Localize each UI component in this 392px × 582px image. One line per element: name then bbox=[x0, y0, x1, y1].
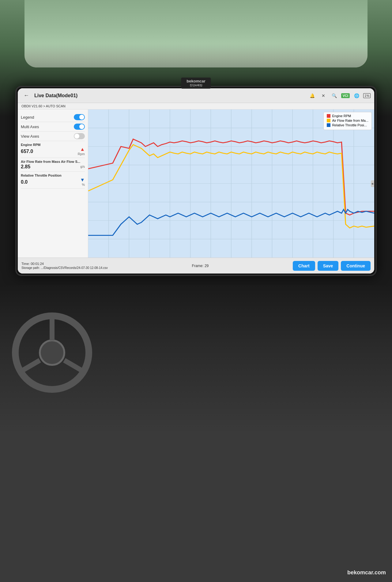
bekomcar-sub: 진단&패킹 bbox=[187, 83, 205, 87]
legend-airflow-label: Air Flow Rate from Ma... bbox=[332, 119, 368, 122]
air-flow-label: Air Flow Rate from Mass Air Flow S... bbox=[21, 160, 85, 163]
vci-badge: VCI bbox=[341, 93, 350, 98]
bottom-buttons: Chart Save Continue bbox=[293, 261, 371, 271]
engine-rpm-value: 657.0 bbox=[21, 149, 33, 154]
legend-rpm-color bbox=[327, 114, 330, 118]
screen: ← Live Data(Mode01) 🔔 ✕ 🔍 VCI 🌐 1% OBDII… bbox=[18, 88, 374, 274]
legend-throttle-label: Relative Throttle Posi... bbox=[332, 123, 367, 127]
chart-legend: Engine RPM Air Flow Rate from Ma... Rela… bbox=[323, 112, 372, 130]
view-axes-toggle[interactable] bbox=[74, 133, 85, 139]
notification-icon[interactable]: 🔔 bbox=[308, 91, 317, 100]
bekomcar-watermark: bekomcar.com bbox=[347, 569, 386, 576]
engine-rpm-arrow-up: ▲ bbox=[80, 147, 85, 152]
continue-button[interactable]: Continue bbox=[341, 261, 371, 271]
legend-airflow-color bbox=[327, 119, 330, 122]
header-bar: ← Live Data(Mode01) 🔔 ✕ 🔍 VCI 🌐 1% bbox=[18, 88, 374, 103]
chart-area: Engine RPM Air Flow Rate from Ma... Rela… bbox=[88, 109, 374, 258]
air-flow-value: 2.85 bbox=[21, 164, 30, 170]
svg-line-27 bbox=[21, 360, 40, 371]
throttle-unit: % bbox=[82, 183, 85, 186]
view-axes-label: View Axes bbox=[21, 134, 39, 139]
frame-label: Frame: 29 bbox=[108, 264, 293, 268]
left-panel: Legend Multi Axes View Axes Engine RPM 6… bbox=[18, 109, 88, 258]
multi-axes-toggle[interactable] bbox=[74, 124, 85, 130]
collapse-panel-button[interactable]: « bbox=[371, 180, 374, 187]
throttle-arrow-down: ▼ bbox=[80, 177, 85, 183]
engine-rpm-unit: Rpm bbox=[78, 152, 85, 156]
chart-button[interactable]: Chart bbox=[293, 261, 315, 271]
engine-rpm-item: Engine RPM 657.0 ▲ Rpm bbox=[21, 141, 85, 158]
legend-toggle[interactable] bbox=[74, 114, 85, 120]
legend-throttle-color bbox=[327, 123, 330, 127]
windshield bbox=[24, 0, 368, 67]
legend-throttle: Relative Throttle Posi... bbox=[327, 123, 368, 127]
steering-wheel bbox=[9, 310, 95, 396]
view-axes-toggle-row: View Axes bbox=[21, 132, 85, 141]
storage-path-label: Storage path: .../Diagnosis/CSVRecords/2… bbox=[21, 266, 108, 270]
page-title: Live Data(Mode01) bbox=[34, 93, 305, 98]
multi-axes-toggle-row: Multi Axes bbox=[21, 122, 85, 132]
time-label: Time: 00:01:24 bbox=[21, 262, 108, 266]
battery-indicator: 1% bbox=[363, 93, 371, 98]
bekomcar-brand: bekomcar bbox=[187, 79, 205, 83]
air-flow-item: Air Flow Rate from Mass Air Flow S... 2.… bbox=[21, 158, 85, 172]
car-interior-bottom bbox=[0, 285, 392, 582]
legend-rpm-label: Engine RPM bbox=[332, 114, 351, 118]
legend-label: Legend bbox=[21, 115, 34, 120]
search-icon[interactable]: 🔍 bbox=[330, 91, 339, 100]
legend-rpm: Engine RPM bbox=[327, 114, 368, 118]
svg-line-28 bbox=[64, 360, 83, 371]
road bbox=[24, 43, 368, 67]
close-icon[interactable]: ✕ bbox=[319, 91, 328, 100]
legend-airflow: Air Flow Rate from Ma... bbox=[327, 119, 368, 122]
breadcrumb: OBDII V21.60 > AUTO SCAN bbox=[18, 103, 374, 109]
legend-toggle-row: Legend bbox=[21, 113, 85, 122]
engine-rpm-label: Engine RPM bbox=[21, 143, 85, 147]
bekomcar-device-label: bekomcar 진단&패킹 bbox=[181, 78, 211, 89]
bottom-info: Time: 00:01:24 Storage path: .../Diagnos… bbox=[21, 262, 108, 270]
save-button[interactable]: Save bbox=[318, 261, 339, 271]
header-icons: 🔔 ✕ 🔍 VCI 🌐 1% bbox=[308, 91, 371, 100]
tablet-frame: ← Live Data(Mode01) 🔔 ✕ 🔍 VCI 🌐 1% OBDII… bbox=[15, 86, 377, 276]
chart-svg bbox=[88, 109, 374, 258]
globe-icon[interactable]: 🌐 bbox=[352, 91, 361, 100]
bottom-bar: Time: 00:01:24 Storage path: .../Diagnos… bbox=[18, 258, 374, 274]
back-button[interactable]: ← bbox=[21, 91, 31, 101]
throttle-item: Relative Throttle Position 0.0 ▼ % bbox=[21, 172, 85, 189]
throttle-label: Relative Throttle Position bbox=[21, 174, 85, 177]
svg-point-25 bbox=[40, 340, 64, 365]
multi-axes-label: Multi Axes bbox=[21, 124, 39, 129]
main-content: Legend Multi Axes View Axes Engine RPM 6… bbox=[18, 109, 374, 258]
air-flow-unit: g/s bbox=[80, 165, 85, 168]
throttle-value: 0.0 bbox=[21, 179, 28, 185]
